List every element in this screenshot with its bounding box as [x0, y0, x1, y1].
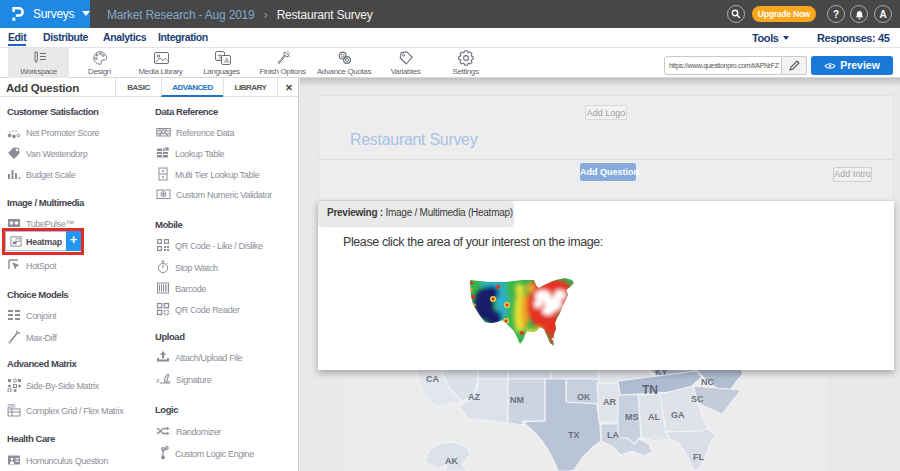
svg-text:x: x	[156, 377, 160, 384]
svg-text:OK: OK	[577, 392, 591, 402]
svg-text:MS: MS	[625, 412, 639, 422]
svg-text:AK: AK	[445, 456, 458, 466]
svg-text:AZ: AZ	[468, 392, 480, 402]
svg-text:GA: GA	[671, 410, 685, 420]
svg-text:Ø|R: Ø|R	[8, 403, 16, 409]
svg-text:CA: CA	[426, 374, 439, 384]
svg-text:FL: FL	[693, 452, 704, 462]
svg-text:NC: NC	[701, 377, 714, 387]
svg-text:SC: SC	[691, 394, 704, 404]
svg-text:文: 文	[217, 53, 224, 60]
svg-text:A: A	[224, 57, 229, 64]
svg-text:AR: AR	[603, 397, 616, 407]
svg-text:AL: AL	[648, 412, 660, 422]
svg-text:NM: NM	[510, 395, 524, 405]
svg-text:TN: TN	[642, 383, 658, 397]
svg-text:TX: TX	[568, 430, 580, 440]
svg-text:LA: LA	[607, 430, 619, 440]
